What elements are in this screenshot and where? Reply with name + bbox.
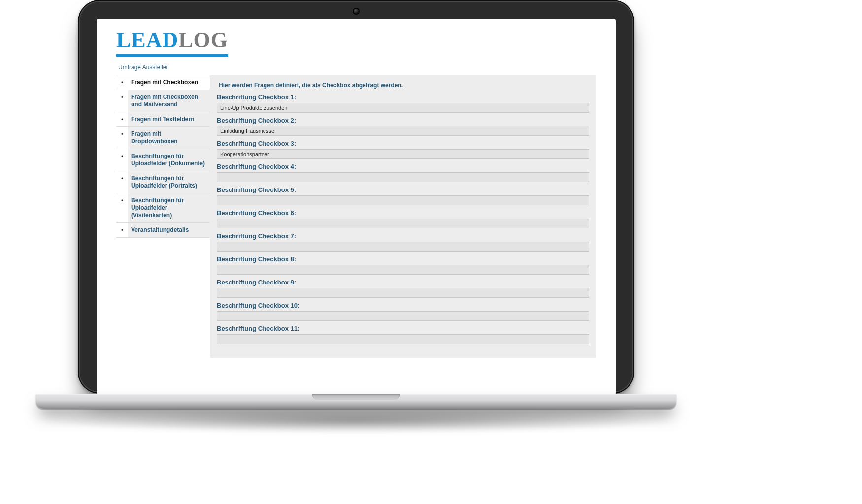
sidebar-item-label: Fragen mit Dropdownboxen [128,127,210,149]
main-panel: Hier werden Fragen definiert, die als Ch… [210,75,596,358]
field-label: Beschriftung Checkbox 1: [217,94,589,101]
checkbox-label-field: Beschriftung Checkbox 3: [217,140,589,159]
page-subtitle: Umfrage Aussteller [118,64,596,71]
field-input[interactable] [217,103,589,113]
bullet-icon: • [116,149,128,160]
bullet-icon: • [116,90,128,101]
bullet-icon: • [116,223,128,234]
sidebar-item[interactable]: •Beschriftungen für Uploadfelder (Dokume… [116,149,210,171]
field-input[interactable] [217,334,589,344]
checkbox-label-field: Beschriftung Checkbox 4: [217,163,589,182]
field-label: Beschriftung Checkbox 4: [217,163,589,170]
field-input[interactable] [217,149,589,159]
sidebar-item[interactable]: •Fragen mit Checkboxen [116,75,210,90]
field-input[interactable] [217,126,589,136]
laptop-notch [312,394,400,400]
laptop-lid: LEADLOG Umfrage Aussteller •Fragen mit C… [78,0,634,394]
field-label: Beschriftung Checkbox 8: [217,255,589,263]
bullet-icon: • [116,75,128,86]
field-label: Beschriftung Checkbox 11: [217,325,589,332]
sidebar-item-label: Fragen mit Checkboxen [128,75,210,90]
logo-part-lead: LEAD [116,28,178,57]
checkbox-label-field: Beschriftung Checkbox 11: [217,325,589,344]
field-label: Beschriftung Checkbox 6: [217,209,589,217]
bullet-icon: • [116,193,128,204]
laptop-mockup: LEADLOG Umfrage Aussteller •Fragen mit C… [78,0,634,433]
field-label: Beschriftung Checkbox 2: [217,117,589,124]
field-label: Beschriftung Checkbox 7: [217,232,589,240]
bullet-icon: • [116,171,128,182]
laptop-base [36,394,676,409]
panel-intro: Hier werden Fragen definiert, die als Ch… [217,80,589,94]
content-layout: •Fragen mit Checkboxen•Fragen mit Checkb… [116,75,596,358]
checkbox-label-field: Beschriftung Checkbox 6: [217,209,589,228]
field-label: Beschriftung Checkbox 9: [217,279,589,286]
checkbox-label-field: Beschriftung Checkbox 10: [217,302,589,321]
field-input[interactable] [217,242,589,252]
screen-bezel: LEADLOG Umfrage Aussteller •Fragen mit C… [97,19,616,395]
laptop-shadow [36,409,676,433]
field-input[interactable] [217,265,589,275]
field-input[interactable] [217,219,589,228]
checkbox-label-field: Beschriftung Checkbox 8: [217,255,589,275]
bullet-icon: • [116,112,128,123]
field-label: Beschriftung Checkbox 10: [217,302,589,309]
sidebar: •Fragen mit Checkboxen•Fragen mit Checkb… [116,75,210,238]
bullet-icon: • [116,127,128,138]
sidebar-item[interactable]: •Fragen mit Checkboxen und Mailversand [116,90,210,112]
sidebar-item-label: Beschriftungen für Uploadfelder (Dokumen… [128,149,210,171]
sidebar-item[interactable]: •Fragen mit Textfeldern [116,112,210,126]
field-input[interactable] [217,195,589,205]
checkbox-label-field: Beschriftung Checkbox 7: [217,232,589,252]
field-label: Beschriftung Checkbox 5: [217,186,589,193]
screen: LEADLOG Umfrage Aussteller •Fragen mit C… [97,19,616,395]
checkbox-label-field: Beschriftung Checkbox 5: [217,186,589,205]
camera-icon [354,9,359,14]
app-page: LEADLOG Umfrage Aussteller •Fragen mit C… [97,19,616,358]
field-input[interactable] [217,172,589,182]
sidebar-item[interactable]: •Fragen mit Dropdownboxen [116,126,210,149]
sidebar-item-label: Veranstaltungdetails [128,223,210,237]
field-input[interactable] [217,311,589,321]
checkbox-label-field: Beschriftung Checkbox 1: [217,94,589,113]
sidebar-item-label: Beschriftungen für Uploadfelder (Portrai… [128,171,210,193]
sidebar-item[interactable]: •Veranstaltungdetails [116,222,210,238]
checkbox-label-field: Beschriftung Checkbox 2: [217,117,589,136]
sidebar-item-label: Fragen mit Textfeldern [128,112,210,126]
checkbox-label-field: Beschriftung Checkbox 9: [217,279,589,298]
sidebar-item-label: Beschriftungen für Uploadfelder (Visiten… [128,193,210,222]
sidebar-item[interactable]: •Beschriftungen für Uploadfelder (Visite… [116,193,210,222]
logo: LEADLOG [116,30,228,54]
sidebar-item[interactable]: •Beschriftungen für Uploadfelder (Portra… [116,171,210,193]
field-label: Beschriftung Checkbox 3: [217,140,589,147]
logo-part-log: LOG [178,28,228,57]
field-input[interactable] [217,288,589,298]
sidebar-item-label: Fragen mit Checkboxen und Mailversand [128,90,210,112]
